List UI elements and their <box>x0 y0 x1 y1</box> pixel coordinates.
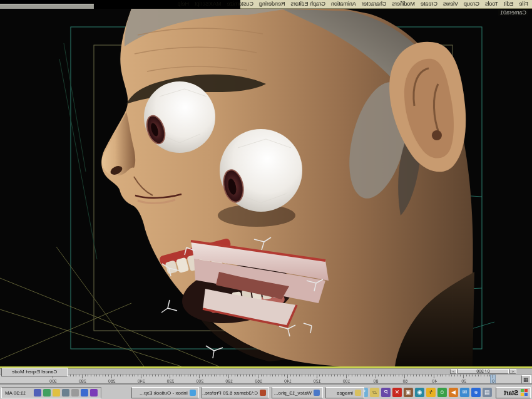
frame-tick <box>299 375 300 376</box>
frame-tick <box>170 375 170 378</box>
frame-tick <box>361 375 361 376</box>
frame-tick <box>263 375 264 376</box>
quick-launch-bar: ▤ e ✉ ▶ ☺ ϟ ◉ ▣ ✕ P ▱ ✎ <box>359 388 492 397</box>
frame-tick <box>100 375 100 376</box>
display-icon[interactable] <box>62 389 69 396</box>
frame-tick <box>322 375 323 376</box>
menu-modifiers[interactable]: Modifiers <box>392 0 416 8</box>
task-preferences-window[interactable]: C:\3dsmax 6.20 Prefere... <box>202 387 269 398</box>
frame-tick <box>296 375 297 376</box>
frame-tick <box>454 375 455 376</box>
frame-tick <box>310 375 311 376</box>
frame-tick <box>179 375 180 376</box>
task-outlook-inbox[interactable]: Inbox - Outlook Exp... <box>131 387 199 398</box>
network-icon[interactable] <box>34 389 41 396</box>
viewport-label[interactable]: Camera01 <box>498 9 528 16</box>
acdsee-icon[interactable]: ▣ <box>404 388 413 397</box>
menu-create[interactable]: Create <box>421 0 437 8</box>
camera-viewport[interactable]: Camera01 <box>0 9 532 366</box>
frame-tick <box>489 375 490 376</box>
menu-file[interactable]: File <box>519 0 528 8</box>
winamp-icon[interactable]: ϟ <box>426 388 436 397</box>
messenger-icon[interactable] <box>81 389 88 396</box>
frame-tick <box>70 375 71 376</box>
media-player-icon[interactable]: ▶ <box>449 388 458 397</box>
frame-tick <box>190 375 191 376</box>
task-images-window[interactable]: images <box>325 387 364 398</box>
frame-tick <box>314 375 314 376</box>
frame-tick <box>275 375 276 376</box>
menu-tools[interactable]: Tools <box>485 0 498 8</box>
frame-label: 280 <box>79 379 86 383</box>
menu-views[interactable]: Views <box>443 0 458 8</box>
menu-animation[interactable]: Animation <box>331 0 356 8</box>
menu-graph-editors[interactable]: Graph Editors <box>290 0 325 8</box>
frame-tick <box>484 375 484 376</box>
internet-explorer-icon[interactable]: e <box>471 388 481 397</box>
frame-tick <box>469 375 470 376</box>
frame-tick <box>96 375 97 376</box>
norton-icon[interactable]: ✕ <box>392 388 402 397</box>
menu-bar: File Edit Tools Group Views Create Modif… <box>240 0 532 9</box>
frame-tick <box>434 375 434 378</box>
photoshop-icon[interactable]: P <box>381 388 391 397</box>
scheduler-icon[interactable] <box>53 389 60 396</box>
frame-tick <box>449 375 449 376</box>
document-icon <box>314 390 320 396</box>
menu-character[interactable]: Character <box>362 0 387 8</box>
menu-rendering[interactable]: Rendering <box>259 0 285 8</box>
outlook-express-icon[interactable]: ✉ <box>460 388 469 397</box>
scene-render <box>0 9 532 366</box>
menu-edit[interactable]: Edit <box>504 0 514 8</box>
time-slider-handle[interactable]: 0 / 300 <box>458 369 509 374</box>
next-frame-arrow[interactable]: > <box>450 369 457 374</box>
task-document-window[interactable]: Watev_13_pho... <box>272 387 323 398</box>
windows-taskbar: Start ▤ e ✉ ▶ ☺ ϟ ◉ ▣ ✕ P ▱ ✎ images Wat… <box>0 385 532 399</box>
frame-tick <box>152 375 153 376</box>
frame-label: 100 <box>343 379 350 383</box>
folder-icon[interactable]: ▱ <box>370 388 379 397</box>
frame-tick <box>126 375 126 376</box>
frame-tick <box>114 375 115 376</box>
frame-tick <box>146 375 147 376</box>
frame-tick <box>355 375 356 376</box>
frame-tick <box>411 375 411 376</box>
msn-butterfly-icon[interactable] <box>90 389 98 396</box>
folder-icon <box>355 390 361 396</box>
start-label: Start <box>504 390 518 396</box>
menu-customize[interactable]: Customize <box>227 0 253 8</box>
frame-tick <box>240 375 241 376</box>
volume-icon[interactable] <box>71 389 79 396</box>
menu-group[interactable]: Group <box>464 0 479 8</box>
screenshot-root: File Edit Tools Group Views Create Modif… <box>0 0 532 399</box>
frame-label: 80 <box>374 379 379 383</box>
frame-tick <box>167 375 168 376</box>
antivirus-icon[interactable] <box>43 389 51 396</box>
show-desktop-icon[interactable]: ▤ <box>483 388 492 397</box>
time-slider-row: < 0 / 300 > <box>0 368 532 374</box>
frame-tick <box>402 375 402 376</box>
menu-help[interactable]: Help <box>177 0 189 8</box>
frame-tick <box>246 375 247 376</box>
mini-curve-editor-button[interactable]: ▦ <box>521 375 531 384</box>
frame-tick <box>252 375 253 376</box>
cancel-expert-mode-button[interactable]: Cancel Expert Mode <box>1 368 68 376</box>
frame-tick <box>158 375 159 376</box>
frame-tick <box>378 375 379 376</box>
frame-tick <box>214 375 215 376</box>
frame-tick <box>273 375 274 376</box>
realplayer-icon[interactable]: ◉ <box>415 388 424 397</box>
frame-label: 60 <box>403 379 408 383</box>
frame-tick <box>279 375 279 376</box>
previous-frame-arrow[interactable]: < <box>509 369 516 374</box>
start-button[interactable]: Start <box>496 387 531 398</box>
menu-maxscript[interactable]: MAXScript <box>195 0 222 8</box>
msn-messenger-icon[interactable]: ☺ <box>437 388 447 397</box>
frame-label: 120 <box>314 379 321 383</box>
frame-tick <box>290 375 291 376</box>
frame-tick <box>123 375 123 376</box>
frame-tick <box>478 375 479 376</box>
windows-logo-icon <box>520 389 528 396</box>
track-bar[interactable]: ▦ 02040608010012014016018020022024026028… <box>0 374 532 385</box>
frame-tick <box>138 375 138 376</box>
